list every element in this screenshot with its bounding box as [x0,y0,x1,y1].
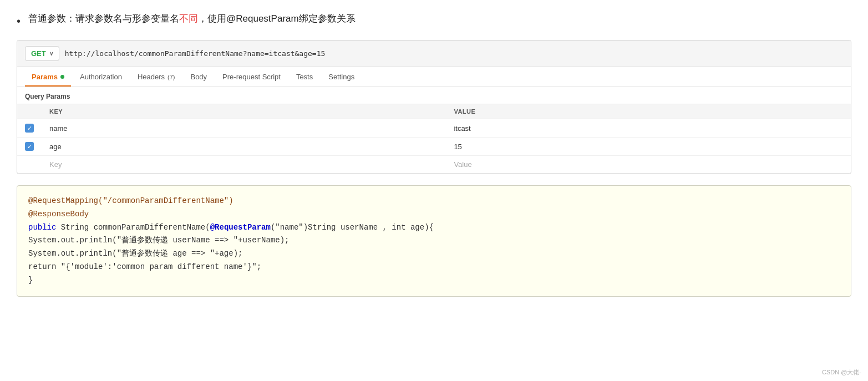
row2-checkbox[interactable]: ✓ [25,142,34,151]
method-label: GET [31,49,46,58]
url-bar: GET ∨ [17,40,851,67]
tab-headers[interactable]: Headers (7) [131,67,182,87]
table-row: ✓ age 15 [17,138,851,156]
code-line5-text: System.out.println("普通参数传递 age ==> "+age… [28,249,242,258]
code-line4-text: System.out.println("普通参数传递 userName ==> … [28,236,289,245]
code-line3-middle: ("name")String userName , int age){ [271,223,434,232]
bullet-text: 普通参数：请求参数名与形参变量名不同，使用@RequestParam绑定参数关系 [28,11,356,26]
empty-value-cell[interactable]: Value [446,156,851,174]
tab-body[interactable]: Body [184,67,214,87]
bullet-text-before: 普通参数：请求参数名与形参变量名 [28,13,179,24]
row2-value-cell: 15 [446,138,851,156]
bullet-section: • 普通参数：请求参数名与形参变量名不同，使用@RequestParam绑定参数… [17,11,851,30]
col-key-header: KEY [42,104,446,119]
tab-authorization-label: Authorization [80,73,122,81]
table-row: ✓ name itcast [17,119,851,138]
method-selector[interactable]: GET ∨ [25,46,59,61]
row2-key: age [49,143,62,151]
tab-body-label: Body [190,73,207,81]
tab-settings-label: Settings [328,73,354,81]
table-row-empty: Key Value [17,156,851,174]
code-string-type: String commonParamDifferentName( [61,223,210,232]
code-public: public [28,223,56,232]
tabs-row: Params Authorization Headers (7) Body Pr… [17,67,851,87]
row1-checkbox[interactable]: ✓ [25,124,34,133]
row2-checkbox-cell: ✓ [17,138,42,156]
code-line7-text: } [28,276,33,285]
empty-value-placeholder: Value [454,160,471,169]
code-line-6: return "{'module':'common param differen… [28,261,840,274]
bullet-text-after: ，使用@RequestParam绑定参数关系 [198,13,356,24]
row1-checkmark-icon: ✓ [27,125,32,131]
col-value-header: VALUE [446,104,851,119]
row1-key: name [49,124,68,133]
tab-settings[interactable]: Settings [322,67,361,87]
row1-checkbox-cell: ✓ [17,119,42,138]
tab-pre-request-label: Pre-request Script [222,73,281,81]
tab-headers-badge: (7) [167,74,175,80]
code-line-4: System.out.println("普通参数传递 userName ==> … [28,234,840,247]
tab-tests[interactable]: Tests [290,67,319,87]
code-line-7: } [28,274,840,287]
row1-value-cell: itcast [446,119,851,138]
row1-value: itcast [454,124,470,133]
params-table: KEY VALUE ✓ name itcast [17,104,851,174]
code-line-2: @ResponseBody [28,208,840,221]
tab-headers-label: Headers [138,73,165,81]
code-line6-text: return "{'module':'common param differen… [28,262,261,271]
code-block: @RequestMapping("/commonParamDifferentNa… [17,185,851,297]
row2-value: 15 [454,143,461,151]
query-params-label: Query Params [17,87,851,104]
empty-checkbox-cell [17,156,42,174]
tab-authorization[interactable]: Authorization [73,67,129,87]
tab-params-dot [60,75,64,79]
empty-key-placeholder: Key [49,160,62,169]
empty-key-cell[interactable]: Key [42,156,446,174]
url-input[interactable] [65,49,843,58]
method-chevron-icon: ∨ [49,50,53,57]
tab-tests-label: Tests [296,73,313,81]
code-line-1: @RequestMapping("/commonParamDifferentNa… [28,195,840,208]
tab-params[interactable]: Params [25,67,71,87]
col-checkbox-header [17,104,42,119]
row1-key-cell: name [42,119,446,138]
bullet-highlight: 不同 [179,13,198,24]
code-annotation-1: @RequestMapping("/commonParamDifferentNa… [28,196,234,205]
code-annotation-2: @ResponseBody [28,210,89,219]
row2-key-cell: age [42,138,446,156]
code-line-3: public String commonParamDifferentName(@… [28,221,840,235]
code-line-5: System.out.println("普通参数传递 age ==> "+age… [28,247,840,261]
row2-checkmark-icon: ✓ [27,144,32,150]
tab-pre-request-script[interactable]: Pre-request Script [216,67,287,87]
table-header-row: KEY VALUE [17,104,851,119]
request-panel: GET ∨ Params Authorization Headers (7) B… [17,40,851,174]
tab-params-label: Params [32,73,58,81]
code-requestparam-annotation: @RequestParam [210,223,271,232]
bullet-dot: • [17,12,21,30]
